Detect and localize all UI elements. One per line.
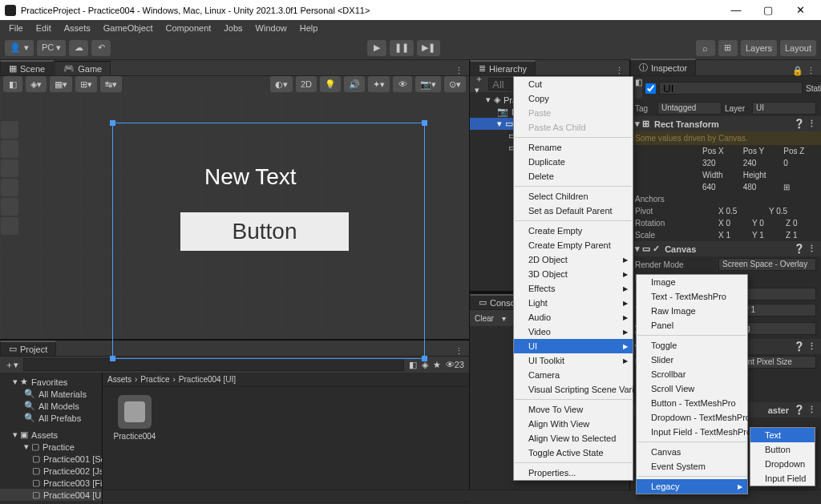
ctx-align-selected[interactable]: Align View to Selected bbox=[514, 431, 633, 446]
ui-event-system[interactable]: Event System bbox=[637, 459, 747, 474]
ctx-move-to-view[interactable]: Move To View bbox=[514, 402, 633, 417]
menu-help[interactable]: Help bbox=[294, 22, 324, 34]
ctx-select-children[interactable]: Select Children bbox=[514, 189, 633, 204]
console-clear-button[interactable]: Clear bbox=[475, 314, 494, 323]
anchors-label[interactable]: Anchors bbox=[635, 195, 715, 204]
scene-tool-grid[interactable]: ▦▾ bbox=[50, 76, 72, 92]
crumb[interactable]: Practice bbox=[140, 375, 169, 384]
ctx-rename[interactable]: Rename bbox=[514, 140, 633, 155]
scene-tool-pivot[interactable]: ◧ bbox=[3, 76, 22, 92]
scene-light-toggle[interactable]: 💡 bbox=[320, 76, 341, 92]
menu-gameobject[interactable]: GameObject bbox=[98, 22, 159, 34]
scene-visibility[interactable]: 👁 bbox=[393, 76, 412, 92]
pivot-y[interactable]: Y 0.5 bbox=[769, 207, 816, 216]
scene-button-element[interactable]: Button bbox=[180, 212, 349, 251]
practice-folder[interactable]: ▾ ▢ Practice bbox=[0, 441, 102, 453]
ctx-default-parent[interactable]: Set as Default Parent bbox=[514, 204, 633, 218]
gameobject-name-input[interactable] bbox=[659, 82, 803, 95]
panel-options-icon[interactable]: ⋮ bbox=[455, 346, 464, 356]
ctx-toggle-active[interactable]: Toggle Active State bbox=[514, 446, 633, 460]
tool-view[interactable] bbox=[1, 121, 18, 139]
scale-y[interactable]: Y 1 bbox=[752, 231, 783, 240]
window-minimize-button[interactable]: — bbox=[720, 0, 752, 20]
ctx-copy[interactable]: Copy bbox=[514, 91, 633, 106]
folder-item[interactable]: ▢ Practice003 [FileIO] bbox=[0, 477, 102, 489]
project-asset-grid[interactable]: Practice004 bbox=[103, 387, 469, 502]
ctx-delete[interactable]: Delete bbox=[514, 169, 633, 183]
project-breadcrumb[interactable]: Assets › Practice › Practice004 [UI] bbox=[103, 373, 469, 387]
ctx-camera[interactable]: Camera bbox=[514, 368, 633, 382]
cloud-button[interactable]: ☁ bbox=[69, 40, 88, 56]
legacy-button[interactable]: Button bbox=[750, 442, 815, 457]
context-submenu-ui[interactable]: Image Text - TextMeshPro Raw Image Panel… bbox=[636, 274, 748, 494]
search-button[interactable]: ⌕ bbox=[696, 40, 715, 56]
scale-x[interactable]: X 1 bbox=[718, 231, 749, 240]
menu-file[interactable]: File bbox=[3, 22, 29, 34]
tag-dropdown[interactable]: Untagged bbox=[657, 102, 722, 115]
ctx-video[interactable]: Video bbox=[514, 325, 633, 339]
scene-2d-toggle[interactable]: 2D bbox=[296, 76, 317, 92]
tab-inspector[interactable]: ⓘInspector bbox=[630, 58, 696, 75]
folder-item-selected[interactable]: ▢ Practice004 [UI] bbox=[0, 489, 102, 501]
project-tree[interactable]: ▾ ★ Favorites 🔍 All Materials 🔍 All Mode… bbox=[0, 373, 103, 504]
resize-handle[interactable] bbox=[422, 120, 427, 126]
pivot-x[interactable]: X 0.5 bbox=[718, 207, 766, 216]
ctx-effects[interactable]: Effects bbox=[514, 281, 633, 296]
fav-item[interactable]: 🔍 All Prefabs bbox=[0, 412, 102, 424]
ctx-vs-variables[interactable]: Visual Scripting Scene Variables bbox=[514, 382, 633, 397]
scene-tool-gizmo[interactable]: ◈▾ bbox=[26, 76, 47, 92]
ctx-ui[interactable]: UI bbox=[514, 339, 633, 353]
scene-tool-increment[interactable]: ↹▾ bbox=[100, 76, 122, 92]
ui-legacy[interactable]: Legacy bbox=[637, 479, 747, 494]
layer-dropdown[interactable]: UI bbox=[752, 102, 816, 115]
crumb[interactable]: Practice004 [UI] bbox=[179, 375, 236, 384]
window-close-button[interactable]: ✕ bbox=[784, 0, 816, 20]
legacy-input[interactable]: Input Field bbox=[750, 471, 815, 486]
layers-dropdown[interactable]: Layers bbox=[741, 40, 777, 56]
filter-icon[interactable]: ◧ bbox=[409, 360, 417, 370]
account-dropdown[interactable]: 👤▾ bbox=[5, 40, 34, 56]
pc-dropdown[interactable]: PC ▾ bbox=[37, 40, 66, 56]
rot-y[interactable]: Y 0 bbox=[752, 219, 783, 228]
ctx-audio[interactable]: Audio bbox=[514, 310, 633, 325]
resize-handle[interactable] bbox=[422, 356, 427, 361]
ui-toggle[interactable]: Toggle bbox=[637, 338, 747, 353]
ui-canvas[interactable]: Canvas bbox=[637, 445, 747, 459]
ui-image[interactable]: Image bbox=[637, 275, 747, 289]
tool-move[interactable] bbox=[1, 140, 18, 158]
packages-group[interactable]: ▸ ▣ Packages bbox=[0, 501, 102, 504]
favorites-group[interactable]: ▾ ★ Favorites bbox=[0, 376, 102, 388]
scene-gizmos-toggle[interactable]: ⊙▾ bbox=[444, 76, 466, 92]
crumb[interactable]: Assets bbox=[107, 375, 131, 384]
legacy-text[interactable]: Text bbox=[750, 428, 815, 442]
ui-panel[interactable]: Panel bbox=[637, 318, 747, 333]
context-menu-gameobject[interactable]: Cut Copy Paste Paste As Child Rename Dup… bbox=[513, 76, 633, 481]
scene-viewport[interactable]: New Text Button bbox=[0, 92, 469, 339]
pause-button[interactable]: ❚❚ bbox=[390, 40, 414, 56]
filter-icon[interactable]: ★ bbox=[433, 360, 441, 370]
resize-handle[interactable] bbox=[110, 120, 115, 126]
project-add-button[interactable]: ＋▾ bbox=[5, 359, 18, 371]
folder-item[interactable]: ▢ Practice001 [Scriptable O bbox=[0, 453, 102, 465]
scene-tool-snap[interactable]: ⊞▾ bbox=[75, 76, 97, 92]
fav-item[interactable]: 🔍 All Models bbox=[0, 400, 102, 412]
ui-scrollbar[interactable]: Scrollbar bbox=[637, 367, 747, 381]
ctx-3d-object[interactable]: 3D Object bbox=[514, 267, 633, 281]
ctx-cut[interactable]: Cut bbox=[514, 77, 633, 91]
tab-project[interactable]: ▭Project bbox=[0, 341, 56, 356]
step-button[interactable]: ▶❚ bbox=[417, 40, 440, 56]
scene-asset-tile[interactable]: Practice004 bbox=[111, 395, 159, 441]
legacy-dropdown[interactable]: Dropdown bbox=[750, 457, 815, 471]
ctx-light[interactable]: Light bbox=[514, 296, 633, 310]
scene-camera[interactable]: 📷▾ bbox=[415, 76, 441, 92]
tool-scale[interactable] bbox=[1, 179, 18, 196]
ctx-properties[interactable]: Properties... bbox=[514, 466, 633, 480]
tool-rect[interactable] bbox=[1, 198, 18, 216]
scene-audio-toggle[interactable]: 🔊 bbox=[344, 76, 365, 92]
render-mode-dropdown[interactable]: Screen Space - Overlay bbox=[718, 258, 816, 271]
assets-group[interactable]: ▾ ▣ Assets bbox=[0, 429, 102, 441]
scale-z[interactable]: Z 1 bbox=[786, 231, 816, 240]
ui-input-tmp[interactable]: Input Field - TextMeshPro bbox=[637, 425, 747, 439]
settings-button[interactable]: ⊞ bbox=[718, 40, 738, 56]
ui-dropdown-tmp[interactable]: Dropdown - TextMeshPro bbox=[637, 410, 747, 425]
